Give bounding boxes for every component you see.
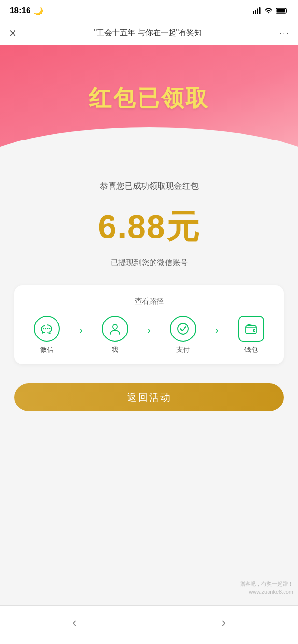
path-card: 查看路径 微信 ›	[14, 285, 284, 364]
me-label: 我	[112, 346, 118, 354]
pay-icon	[170, 316, 196, 342]
wechat-label: 微信	[40, 346, 54, 354]
path-card-title: 查看路径	[24, 297, 274, 306]
svg-point-14	[254, 330, 255, 331]
svg-point-11	[178, 323, 188, 334]
person-icon	[102, 316, 128, 342]
svg-point-8	[47, 328, 48, 329]
svg-point-9	[49, 328, 50, 329]
svg-rect-0	[253, 11, 254, 14]
watermark: 蹭客吧，有奖一起蹭！ www.zuanke8.com	[240, 580, 293, 596]
wallet-label: 钱包	[244, 346, 258, 354]
path-steps: 微信 › 我 ›	[24, 316, 274, 354]
svg-point-7	[45, 328, 46, 329]
nav-bar: ✕ "工会十五年 与你在一起"有奖知 ···	[0, 21, 298, 45]
pay-label: 支付	[176, 346, 190, 354]
withdraw-note: 已提现到您的微信账号	[111, 258, 188, 268]
arrow-3: ›	[215, 324, 219, 336]
hero-title: 红包已领取	[89, 84, 210, 113]
status-bar: 18:16 🌙	[0, 0, 298, 21]
status-icons	[253, 7, 288, 14]
nav-title: "工会十五年 与你在一起"有奖知	[17, 28, 279, 38]
hero-section: 红包已领取	[0, 45, 298, 152]
moon-icon: 🌙	[33, 6, 43, 15]
amount-display: 6.88元	[98, 205, 199, 249]
svg-point-6	[43, 328, 44, 329]
svg-rect-2	[257, 9, 258, 14]
path-step-me: 我	[102, 316, 128, 354]
wechat-icon	[34, 316, 60, 342]
wifi-icon	[264, 7, 273, 14]
success-subtitle: 恭喜您已成功领取现金红包	[100, 181, 199, 192]
watermark-line1: 蹭客吧，有奖一起蹭！	[240, 580, 293, 588]
back-button[interactable]: ‹	[58, 610, 91, 635]
svg-rect-3	[259, 7, 261, 14]
bottom-nav: ‹ ›	[0, 605, 298, 644]
svg-rect-5	[277, 9, 285, 13]
forward-button[interactable]: ›	[207, 610, 240, 635]
return-button[interactable]: 返回活动	[14, 383, 284, 411]
arrow-1: ›	[79, 324, 83, 336]
wallet-icon	[238, 316, 264, 342]
svg-point-10	[113, 324, 117, 329]
arrow-2: ›	[147, 324, 151, 336]
close-button[interactable]: ✕	[9, 28, 17, 39]
signal-icon	[253, 7, 261, 14]
path-step-wallet: 钱包	[238, 316, 264, 354]
watermark-line2: www.zuanke8.com	[240, 588, 293, 596]
main-content: 恭喜您已成功领取现金红包 6.88元 已提现到您的微信账号 查看路径 微信	[0, 152, 298, 455]
path-step-pay: 支付	[170, 316, 196, 354]
status-time: 18:16	[10, 6, 30, 15]
battery-icon	[276, 7, 288, 14]
path-step-wechat: 微信	[34, 316, 60, 354]
more-button[interactable]: ···	[279, 27, 289, 40]
svg-rect-1	[255, 10, 256, 14]
